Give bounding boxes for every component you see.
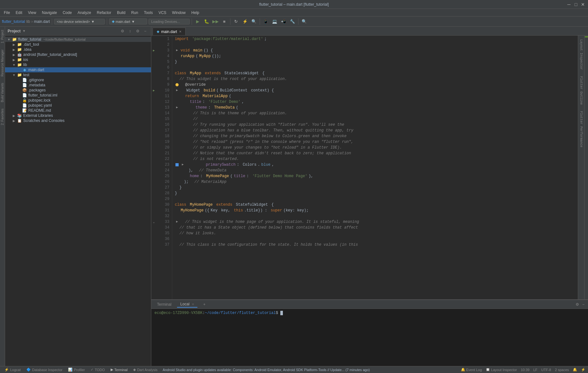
emulator-btn[interactable]: 💻 <box>271 18 278 25</box>
status-layout-inspector[interactable]: 🔲 Layout Inspector <box>486 368 517 372</box>
menu-view[interactable]: View <box>25 10 39 16</box>
tree-item-pubspec-yaml[interactable]: 📄 pubspec.yaml <box>5 103 151 108</box>
side-tab-resource[interactable]: Resource Manager <box>0 46 5 80</box>
main-layout: 1: Project Resource Manager Build Varian… <box>0 27 588 366</box>
tree-item-test[interactable]: ▼ 📁 test <box>5 72 151 77</box>
run-button[interactable]: ▶ <box>194 18 202 25</box>
gutter-2 <box>151 42 156 48</box>
side-tab-project[interactable]: 1: Project <box>0 27 5 46</box>
menu-edit[interactable]: Edit <box>13 10 25 16</box>
fold-13[interactable]: ▶ <box>175 105 179 110</box>
tab-close-icon[interactable]: ✕ <box>179 30 181 33</box>
tree-item-ios[interactable]: ▶ 📁 ios <box>5 57 151 62</box>
maximize-button[interactable]: □ <box>573 2 578 7</box>
gutter-10[interactable]: ▶ <box>151 88 156 93</box>
bottom-tab-logcat[interactable]: ⚡ Logcat <box>3 368 23 372</box>
menu-window[interactable]: Window <box>169 10 188 16</box>
tree-item-packages[interactable]: 📦 .packages <box>5 88 151 93</box>
bottom-tab-terminal[interactable]: ▶ Terminal <box>109 368 130 372</box>
terminal-tab-local-close[interactable]: ✕ <box>192 303 194 306</box>
terminal-label: Terminal <box>114 368 128 372</box>
project-header-left: Project ▼ <box>8 29 26 33</box>
stop-button[interactable]: ■ <box>221 18 228 25</box>
terminal-tab-terminal[interactable]: Terminal <box>154 302 174 307</box>
close-button[interactable]: ✕ <box>580 2 585 7</box>
terminal-tab-local[interactable]: Local ✕ <box>177 301 197 308</box>
terminal-tab-add[interactable]: + <box>200 302 209 307</box>
menu-tools[interactable]: Tools <box>141 10 155 16</box>
right-tab-flutter-outline[interactable]: Flutter Outline <box>578 74 584 107</box>
tree-item-gitignore[interactable]: 📄 .gitignore <box>5 77 151 83</box>
tree-item-lib[interactable]: ▼ 📁 lib <box>5 62 151 67</box>
status-line-ending[interactable]: LF <box>533 368 537 372</box>
menu-navigate[interactable]: Navigate <box>39 10 59 16</box>
project-name-label[interactable]: flutter_tutorial <box>2 19 25 24</box>
right-tab-layout-inspector[interactable]: Layout Inspector <box>578 37 584 72</box>
project-dropdown-arrow[interactable]: ▼ <box>23 29 26 33</box>
search-btn[interactable]: 🔍 <box>300 18 308 25</box>
gutter-3[interactable]: ▶ <box>151 48 156 53</box>
menu-analyze[interactable]: Analyze <box>75 10 94 16</box>
bottom-tab-todo[interactable]: ✓ TODO <box>89 368 107 372</box>
sync-button[interactable]: ↻ <box>232 18 240 25</box>
menu-help[interactable]: Help <box>189 10 202 16</box>
side-tab-favorites[interactable]: 2: Favorites <box>0 105 5 128</box>
tree-item-readme[interactable]: 📝 README.md <box>5 108 151 113</box>
run-with-coverage[interactable]: ▶▶ <box>212 18 219 25</box>
minimize-button[interactable]: ─ <box>566 2 571 7</box>
tree-item-android[interactable]: ▶ 🤖 android [flutter_tutorial_android] <box>5 52 151 57</box>
side-tab-build-variants[interactable]: Build Variants <box>0 80 5 105</box>
status-event-log[interactable]: 🔔 Event Log <box>461 368 482 372</box>
fold-3[interactable]: ▶ <box>175 48 179 53</box>
menu-vcs[interactable]: VCS <box>156 10 169 16</box>
status-encoding[interactable]: UTF-8 <box>541 368 551 372</box>
tab-main-dart[interactable]: ◆ main.dart ✕ <box>153 28 186 35</box>
project-header-right: ⚙ ↕ ⚙ − <box>119 28 148 34</box>
tree-item-metadata[interactable]: 📄 .metadata <box>5 83 151 88</box>
fold-33[interactable]: ▶ <box>175 220 179 224</box>
menu-code[interactable]: Code <box>60 10 74 16</box>
tree-item-idea[interactable]: ▶ 📁 .idea <box>5 47 151 52</box>
run-config-selector[interactable]: ◆ main.dart ▼ <box>109 18 147 24</box>
menu-refactor[interactable]: Refactor <box>94 10 114 16</box>
project-settings-btn[interactable]: ⚙ <box>119 28 126 34</box>
device-selector[interactable]: <no device selected> ▼ <box>54 19 105 24</box>
bottom-tab-dart-analysis[interactable]: ◆ Dart Analysis <box>131 368 159 372</box>
fold-23[interactable]: ▶ <box>181 163 185 167</box>
avd-manager[interactable]: 📲 <box>280 18 287 25</box>
tree-item-flutter-tutorial[interactable]: ▼ 📁 flutter_tutorial ~/code/flutter/flut… <box>5 37 151 42</box>
terminal-content[interactable]: eco@eco-17ZD990-VX5BK:~/code/flutter/flu… <box>151 309 588 366</box>
tree-item-dart-tool[interactable]: ▶ 📁 .dart_tool <box>5 42 151 47</box>
bottom-tab-profiler[interactable]: 📊 Profiler <box>66 368 87 372</box>
gutter-33[interactable]: ⌄ <box>151 219 156 225</box>
flutter-inspector[interactable]: 🔍 <box>250 18 258 25</box>
right-tab-flutter-performance[interactable]: Flutter Performance <box>578 109 584 150</box>
project-gear-btn[interactable]: ⚙ <box>134 28 141 34</box>
menu-file[interactable]: File <box>1 10 12 16</box>
device-mirror[interactable]: 📱 <box>262 18 270 25</box>
sdk-manager[interactable]: 🔧 <box>289 18 296 25</box>
toolbar-sep1 <box>52 18 52 25</box>
bottom-tab-database[interactable]: 🔷 Database Inspector <box>24 368 64 372</box>
status-notifications[interactable]: 🔔 <box>573 368 577 372</box>
tree-item-pubspec-lock[interactable]: 🔒 pubspec.lock <box>5 98 151 103</box>
terminal-settings-btn[interactable]: ⚙ <box>575 302 580 307</box>
project-collapse-btn[interactable]: − <box>142 28 148 34</box>
hot-reload[interactable]: ⚡ <box>241 18 249 25</box>
terminal-close-btn[interactable]: − <box>581 302 585 307</box>
debug-button[interactable]: 🐛 <box>203 18 210 25</box>
tree-label-lib: lib <box>23 63 27 67</box>
menu-run[interactable]: Run <box>129 10 141 16</box>
fold-10[interactable]: ▶ <box>175 88 179 93</box>
far-right-scroll[interactable] <box>584 36 588 299</box>
status-indent[interactable]: 2 spaces <box>555 368 569 372</box>
tree-item-iml[interactable]: 📄 flutter_tutorial.iml <box>5 93 151 98</box>
menu-build[interactable]: Build <box>114 10 128 16</box>
tree-item-scratches[interactable]: ▶ 📋 Scratches and Consoles <box>5 118 151 123</box>
gutter-22 <box>151 156 156 162</box>
tree-item-main-dart[interactable]: ◆ main.dart <box>5 67 151 72</box>
file-label[interactable]: main.dart <box>34 19 50 24</box>
code-content[interactable]: import 'package:flutter/material.dart'; … <box>172 36 578 299</box>
tree-item-external[interactable]: ▶ 📚 External Libraries <box>5 113 151 118</box>
project-sort-btn[interactable]: ↕ <box>127 28 133 34</box>
